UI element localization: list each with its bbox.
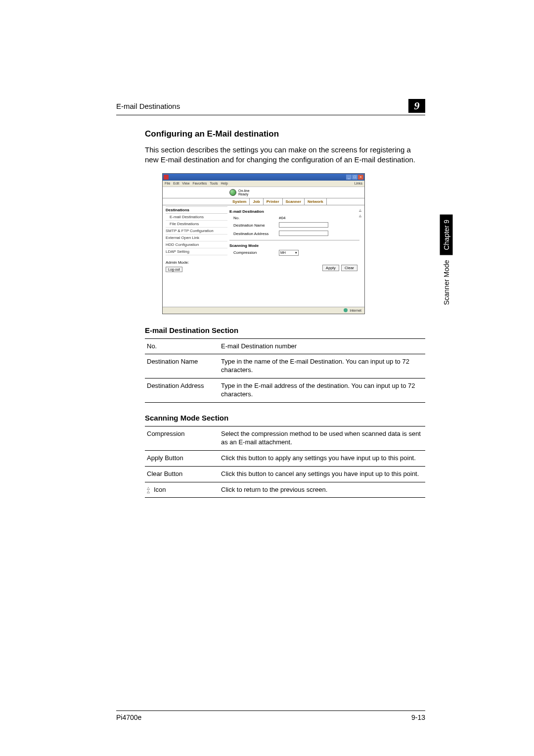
destination-name-input[interactable]	[279, 222, 328, 228]
table-row: Destination NameType in the name of the …	[145, 354, 425, 378]
apply-button[interactable]: Apply	[322, 265, 339, 271]
field-no-value: #04	[279, 216, 285, 220]
menu-view[interactable]: View	[182, 182, 189, 185]
menu-file[interactable]: File	[165, 182, 170, 185]
chevron-down-icon: ▾	[295, 251, 297, 255]
tab-printer[interactable]: Printer	[264, 198, 283, 205]
browser-statusbar: Internet	[163, 307, 364, 314]
cell-key: Icon	[154, 486, 166, 494]
tab-job[interactable]: Job	[250, 198, 263, 205]
subsection-email-destination: E-mail Destination Section	[145, 326, 425, 334]
cell-key: Destination Address	[145, 378, 219, 403]
sidebar-item-external-link[interactable]: External Open Link	[166, 235, 227, 241]
links-label[interactable]: Links	[355, 182, 362, 185]
back-top-icon[interactable]: ▵▵	[359, 207, 361, 218]
clear-button[interactable]: Clear	[341, 265, 357, 271]
status-globe-icon	[229, 189, 236, 196]
cell-key: No.	[145, 338, 219, 354]
internet-zone-icon	[344, 308, 348, 312]
close-icon[interactable]: ×	[358, 175, 363, 180]
admin-mode-label: Admin Mode:	[166, 260, 227, 265]
cell-value: Click this button to cancel any settings…	[219, 466, 425, 482]
table-row: CompressionSelect the compression method…	[145, 426, 425, 450]
subsection-scanning-mode: Scanning Mode Section	[145, 414, 425, 422]
cell-value: Select the compression method to be used…	[219, 426, 425, 450]
compression-select[interactable]: MH ▾	[279, 250, 299, 256]
chapter-number-badge: 9	[408, 99, 425, 113]
menu-tools[interactable]: Tools	[210, 182, 218, 185]
cell-key: Destination Name	[145, 354, 219, 378]
status-online: On-line	[238, 189, 250, 192]
table-scanning-mode: CompressionSelect the compression method…	[145, 426, 425, 498]
table-row: No.E-mail Destination number	[145, 338, 425, 354]
status-ready: Ready	[238, 192, 250, 196]
maximize-icon[interactable]: □	[352, 175, 357, 180]
table-email-destination: No.E-mail Destination number Destination…	[145, 338, 425, 403]
table-row: Apply ButtonClick this button to apply a…	[145, 450, 425, 466]
table-row: Clear ButtonClick this button to cancel …	[145, 466, 425, 482]
app-icon	[164, 175, 169, 180]
sidebar-item-file-dest[interactable]: File Destinations	[166, 221, 227, 228]
menu-edit[interactable]: Edit	[173, 182, 179, 185]
side-tab-chapter: Chapter 9	[440, 215, 453, 255]
cell-key: Compression	[145, 426, 219, 450]
cell-key: Clear Button	[145, 466, 219, 482]
return-icon: ▵▵	[147, 486, 150, 493]
section-heading: Configuring an E-Mail destination	[145, 129, 425, 139]
compression-value: MH	[280, 251, 286, 254]
side-tab-label: Scanner Mode	[443, 260, 450, 305]
menu-bar: File Edit View Favorites Tools Help Link…	[163, 181, 364, 187]
page-header-title: E-mail Destinations	[116, 102, 180, 110]
logout-button[interactable]: Log-out	[166, 267, 182, 272]
cell-key: Apply Button	[145, 450, 219, 466]
group-scanning-mode: Scanning Mode	[229, 243, 359, 248]
menu-favorites[interactable]: Favorites	[192, 182, 207, 185]
sidebar-item-ldap[interactable]: LDAP Setting	[166, 248, 227, 255]
group-email-destination: E-mail Destination	[229, 209, 359, 214]
field-no-label: No.	[229, 216, 279, 220]
internet-zone-label: Internet	[350, 309, 361, 312]
sidebar-item-hdd-config[interactable]: HDD Configuration	[166, 241, 227, 248]
field-compression-label: Compression	[229, 250, 279, 255]
cell-value: Type in the E-mail address of the destin…	[219, 378, 425, 403]
tab-system[interactable]: System	[229, 198, 250, 205]
cell-value: Click this button to apply any settings …	[219, 450, 425, 466]
destination-address-input[interactable]	[279, 231, 328, 236]
section-intro: This section describes the settings you …	[145, 145, 425, 165]
cell-value: Type in the name of the E-mail Destinati…	[219, 354, 425, 378]
minimize-icon[interactable]: _	[346, 175, 352, 180]
footer-model: Pi4700e	[116, 713, 141, 721]
sidebar-item-email-dest[interactable]: E-mail Destinations	[166, 214, 227, 221]
embedded-screenshot: _ □ × File Edit View Favorites Tools Hel…	[162, 173, 365, 314]
window-titlebar: _ □ ×	[163, 174, 364, 181]
table-row: ▵▵ Icon Click to return to the previous …	[145, 482, 425, 498]
table-row: Destination AddressType in the E-mail ad…	[145, 378, 425, 403]
cell-value: Click to return to the previous screen.	[219, 482, 425, 498]
tab-scanner[interactable]: Scanner	[283, 198, 305, 205]
field-destname-label: Destination Name	[229, 223, 279, 228]
sidebar-item-smtp-ftp[interactable]: SMTP & FTP Configuration	[166, 228, 227, 235]
footer-page-number: 9-13	[411, 713, 425, 721]
menu-help[interactable]: Help	[221, 182, 228, 185]
tab-network[interactable]: Network	[305, 198, 327, 205]
sidebar-head-destinations[interactable]: Destinations	[166, 206, 227, 214]
field-destaddr-label: Destination Address	[229, 232, 279, 236]
cell-value: E-mail Destination number	[219, 338, 425, 354]
